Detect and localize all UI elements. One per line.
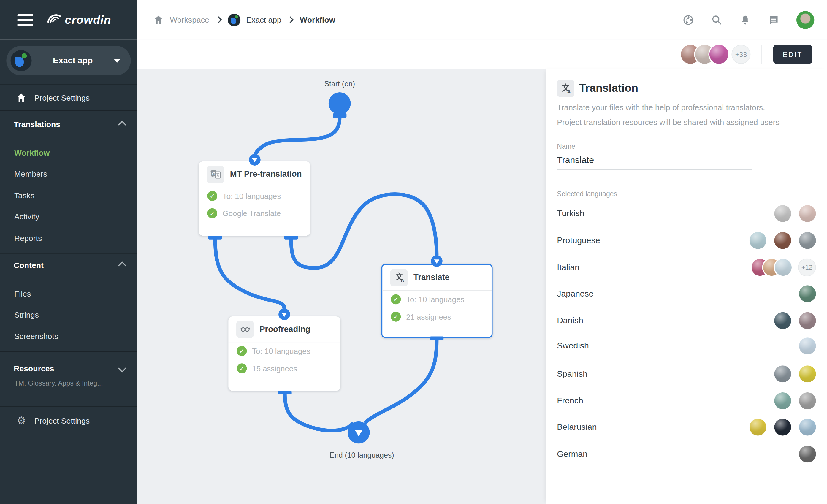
sidebar-item-screenshots[interactable]: Screenshots bbox=[14, 326, 58, 347]
avatar bbox=[799, 446, 816, 462]
search-icon[interactable] bbox=[711, 14, 723, 26]
sidebar-section-translations[interactable]: Translations bbox=[14, 119, 60, 129]
sidebar-item-project-settings-top[interactable]: Project Settings bbox=[0, 86, 137, 109]
name-field-value[interactable]: Translate bbox=[557, 155, 594, 166]
gear-icon: ⚙ bbox=[16, 415, 27, 425]
language-avatars bbox=[767, 205, 816, 222]
wire-translate-to-end bbox=[366, 340, 437, 422]
avatar bbox=[774, 365, 791, 382]
language-name: Belarusian bbox=[557, 422, 597, 432]
workflow-step-title: Proofreading bbox=[259, 324, 310, 334]
avatar bbox=[799, 312, 816, 329]
header-actions bbox=[682, 0, 814, 40]
globe-icon[interactable] bbox=[682, 14, 694, 26]
wire-mt-to-translate bbox=[291, 194, 437, 268]
sidebar-section-resources[interactable]: Resources bbox=[14, 364, 54, 373]
end-node-label: End (10 languages) bbox=[330, 451, 394, 459]
proofreading-glasses-icon bbox=[236, 320, 254, 338]
wire-proofreading-to-end bbox=[285, 395, 352, 431]
step-detail: 15 assignees bbox=[252, 364, 297, 372]
language-row: German bbox=[546, 441, 827, 467]
language-row: Protuguese bbox=[546, 228, 827, 254]
sidebar-item-tasks[interactable]: Tasks bbox=[14, 185, 35, 206]
page-toolbar: +33 EDIT bbox=[137, 40, 827, 69]
edit-button[interactable]: EDIT bbox=[773, 45, 812, 64]
translation-icon: A bbox=[557, 80, 574, 97]
sidebar-section-content[interactable]: Content bbox=[14, 261, 44, 269]
language-row: Belarusian bbox=[546, 414, 827, 441]
avatar bbox=[774, 312, 791, 329]
breadcrumb-workspace[interactable]: Workspace bbox=[170, 15, 209, 24]
language-name: Protuguese bbox=[557, 236, 600, 245]
app-window: crowdin Workspace Exact app Workflow bbox=[0, 0, 827, 504]
sidebar-resources-subtitle: TM, Glossary, Apps & Integ... bbox=[14, 379, 103, 387]
members-avatar-group[interactable]: +33 bbox=[681, 45, 751, 64]
sidebar-item-project-settings-bottom[interactable]: ⚙ Project Settings bbox=[0, 409, 137, 432]
language-avatars: +12 bbox=[751, 258, 816, 276]
panel-description-line1: Translate your files with the help of pr… bbox=[557, 103, 765, 112]
user-avatar[interactable] bbox=[796, 11, 814, 29]
sidebar-item-label: Project Settings bbox=[34, 93, 90, 102]
language-name: Japanese bbox=[557, 289, 593, 299]
workflow-step-mt-pretranslation[interactable]: G MT Pre-translation ✓To: 10 languages ✓… bbox=[199, 161, 310, 236]
wire-mt-to-proofreading bbox=[215, 240, 284, 309]
crowdin-logo-mark bbox=[45, 12, 63, 28]
check-icon: ✓ bbox=[237, 363, 247, 373]
language-avatars bbox=[791, 285, 816, 302]
notifications-icon[interactable] bbox=[739, 14, 751, 26]
machine-translation-icon: G bbox=[207, 165, 225, 183]
language-name: Spanish bbox=[557, 369, 587, 379]
start-node-label: Start (en) bbox=[324, 80, 355, 88]
workflow-step-proofreading[interactable]: Proofreading ✓To: 10 languages ✓15 assig… bbox=[228, 316, 340, 391]
panel-description-line2: Project translation resources will be sh… bbox=[557, 117, 779, 127]
language-avatars bbox=[767, 312, 816, 329]
avatar bbox=[799, 419, 816, 436]
chevron-up-icon[interactable] bbox=[118, 120, 127, 129]
sidebar-item-strings[interactable]: Strings bbox=[14, 304, 39, 325]
end-node[interactable] bbox=[348, 421, 370, 444]
avatar bbox=[799, 285, 816, 302]
step-detail: Google Translate bbox=[223, 209, 281, 217]
svg-text:A: A bbox=[400, 278, 404, 284]
avatar bbox=[774, 392, 791, 409]
step-detail: To: 10 languages bbox=[223, 192, 281, 200]
workflow-canvas[interactable]: Start (en) End (10 languages) G MT Pre-t… bbox=[137, 69, 546, 504]
home-icon bbox=[16, 92, 27, 103]
brand-area: crowdin bbox=[0, 0, 137, 40]
language-avatars bbox=[767, 392, 816, 409]
language-avatars bbox=[791, 338, 816, 354]
language-row: Italian +12 bbox=[546, 254, 827, 281]
breadcrumb-project[interactable]: Exact app bbox=[246, 15, 281, 24]
messages-icon[interactable] bbox=[768, 14, 779, 26]
chevron-down-icon[interactable] bbox=[118, 364, 127, 372]
language-name: Danish bbox=[557, 316, 583, 325]
avatar bbox=[799, 392, 816, 409]
breadcrumb-page: Workflow bbox=[300, 15, 335, 24]
start-node[interactable] bbox=[329, 92, 351, 114]
language-name: French bbox=[557, 396, 583, 405]
avatar bbox=[774, 419, 791, 436]
avatar-overflow-badge: +12 bbox=[798, 258, 816, 276]
check-icon: ✓ bbox=[237, 346, 247, 356]
workflow-step-title: Translate bbox=[414, 273, 449, 282]
sidebar-item-members[interactable]: Members bbox=[14, 163, 47, 185]
sidebar-item-reports[interactable]: Reports bbox=[14, 228, 42, 249]
breadcrumb: Workspace Exact app Workflow bbox=[153, 0, 335, 40]
language-name: German bbox=[557, 449, 587, 459]
project-selector-label: Exact app bbox=[32, 56, 114, 65]
chevron-down-icon bbox=[114, 59, 120, 62]
avatar bbox=[774, 232, 791, 249]
home-icon[interactable] bbox=[153, 14, 164, 25]
svg-text:A: A bbox=[567, 89, 571, 95]
step-detail: To: 10 languages bbox=[406, 295, 464, 303]
sidebar-item-files[interactable]: Files bbox=[14, 283, 31, 304]
sidebar-item-activity[interactable]: Activity bbox=[14, 206, 39, 228]
chevron-up-icon[interactable] bbox=[118, 261, 127, 270]
project-selector[interactable]: Exact app bbox=[6, 46, 131, 76]
crowdin-logo: crowdin bbox=[45, 12, 111, 28]
sidebar-item-workflow[interactable]: Workflow bbox=[14, 143, 50, 163]
language-row: French bbox=[546, 388, 827, 414]
workflow-step-translate[interactable]: A Translate ✓To: 10 languages ✓21 assign… bbox=[381, 263, 493, 338]
language-avatars bbox=[741, 419, 816, 436]
hamburger-menu-icon[interactable] bbox=[17, 11, 33, 28]
